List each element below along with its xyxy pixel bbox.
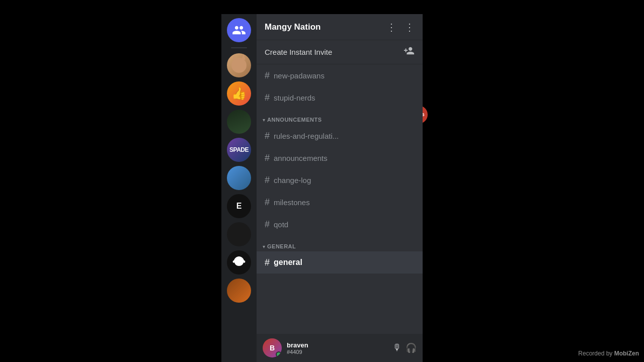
sidebar-server-8[interactable] xyxy=(227,250,251,275)
channel-name: rules-and-regulati... xyxy=(274,132,339,140)
mic-icon[interactable]: 🎙 xyxy=(392,342,401,353)
category-label: ANNOUNCEMENTS xyxy=(267,117,322,123)
hash-icon: # xyxy=(265,93,270,103)
channel-name: general xyxy=(274,258,302,267)
hash-icon: # xyxy=(265,257,270,268)
sidebar-server-1[interactable] xyxy=(227,53,251,77)
collapse-arrow-icon: ▾ xyxy=(263,117,265,123)
hash-icon: # xyxy=(265,153,270,163)
channel-name: qotd xyxy=(274,220,288,229)
channel-general[interactable]: # general xyxy=(257,251,423,274)
channel-list: # new-padawans # stupid-nerds ▾ ANNOUNCE… xyxy=(257,64,423,334)
sidebar-server-7[interactable] xyxy=(227,222,251,246)
channel-change-log[interactable]: # change-log xyxy=(257,169,423,191)
sidebar-server-6[interactable]: E xyxy=(227,194,251,218)
channel-panel: Mangy Nation ⋮ ⋮ Create Instant Invite #… xyxy=(257,14,423,362)
collapse-arrow-icon: ▾ xyxy=(263,244,265,249)
sidebar-friends-icon[interactable] xyxy=(227,18,251,42)
user-avatar: B xyxy=(263,338,282,357)
user-action-icons: 🎙 🎧 xyxy=(392,342,417,353)
server-name: Mangy Nation xyxy=(265,22,320,32)
hash-icon: # xyxy=(265,219,270,230)
channel-qotd[interactable]: # qotd xyxy=(257,213,423,235)
sidebar-server-3[interactable] xyxy=(227,110,251,134)
channel-name: milestones xyxy=(274,198,310,207)
sidebar-server-9[interactable] xyxy=(227,279,251,303)
hash-icon: # xyxy=(265,70,270,81)
sidebar-divider xyxy=(231,47,247,48)
channel-name: announcements xyxy=(274,154,328,162)
more-options-icon[interactable]: ⋮ xyxy=(386,21,396,33)
hash-icon: # xyxy=(265,131,270,141)
channel-announcements[interactable]: # announcements xyxy=(257,147,423,169)
sidebar-server-2[interactable]: 👍 xyxy=(227,81,251,106)
username: braven xyxy=(287,341,387,349)
user-bar: B braven #4409 🎙 🎧 xyxy=(257,334,423,362)
channel-name: stupid-nerds xyxy=(274,94,315,102)
add-person-icon xyxy=(404,45,415,59)
user-discriminator: #4409 xyxy=(287,349,387,355)
server-sidebar: 👍 SPADE E xyxy=(221,14,257,362)
category-label: GENERAL xyxy=(267,243,296,249)
headphone-icon[interactable]: 🎧 xyxy=(406,342,417,353)
channel-name: change-log xyxy=(274,176,311,185)
settings-icon[interactable]: ⋮ xyxy=(405,21,415,33)
category-announcements[interactable]: ▾ ANNOUNCEMENTS xyxy=(257,109,423,125)
category-general[interactable]: ▾ GENERAL xyxy=(257,235,423,251)
header-actions: ⋮ ⋮ xyxy=(386,21,415,33)
channel-stupid-nerds[interactable]: # stupid-nerds xyxy=(257,86,423,109)
channel-new-padawans[interactable]: # new-padawans xyxy=(257,64,423,86)
user-info: braven #4409 xyxy=(287,341,387,355)
channel-rules[interactable]: # rules-and-regulati... xyxy=(257,125,423,147)
hash-icon: # xyxy=(265,197,270,208)
server-header: Mangy Nation ⋮ ⋮ xyxy=(257,14,423,40)
recording-watermark: Recorded by MobiZen xyxy=(578,350,639,357)
channel-name: new-padawans xyxy=(274,71,325,80)
online-status-indicator xyxy=(276,351,282,357)
channel-milestones[interactable]: # milestones xyxy=(257,191,423,213)
hash-icon: # xyxy=(265,175,270,186)
sidebar-server-5[interactable] xyxy=(227,166,251,190)
create-invite-row[interactable]: Create Instant Invite xyxy=(257,40,423,64)
sidebar-server-4[interactable]: SPADE xyxy=(227,138,251,162)
invite-label: Create Instant Invite xyxy=(265,48,332,56)
